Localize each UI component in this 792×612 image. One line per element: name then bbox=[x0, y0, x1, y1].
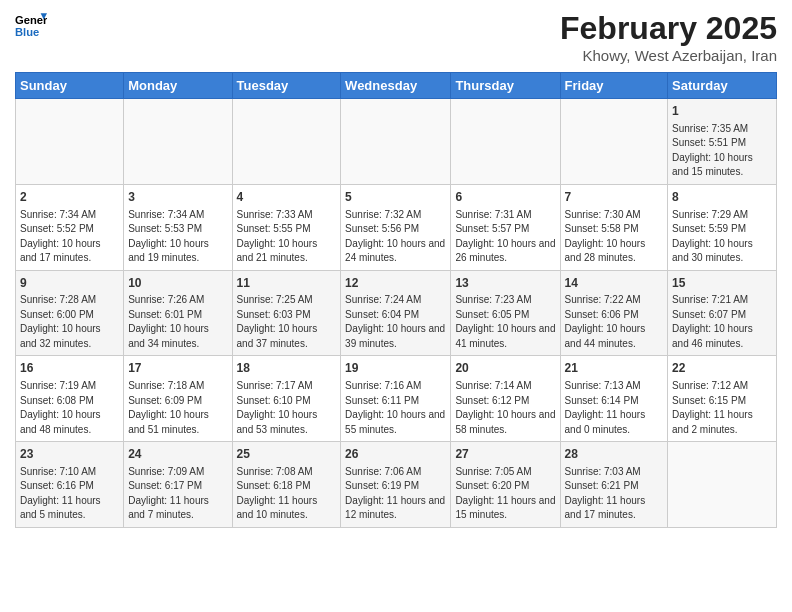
calendar-day-28: 28Sunrise: 7:03 AM Sunset: 6:21 PM Dayli… bbox=[560, 442, 668, 528]
day-number: 17 bbox=[128, 360, 227, 377]
calendar-week-row: 16Sunrise: 7:19 AM Sunset: 6:08 PM Dayli… bbox=[16, 356, 777, 442]
calendar-week-row: 2Sunrise: 7:34 AM Sunset: 5:52 PM Daylig… bbox=[16, 184, 777, 270]
calendar-day-15: 15Sunrise: 7:21 AM Sunset: 6:07 PM Dayli… bbox=[668, 270, 777, 356]
calendar-empty-cell bbox=[451, 99, 560, 185]
calendar-day-7: 7Sunrise: 7:30 AM Sunset: 5:58 PM Daylig… bbox=[560, 184, 668, 270]
day-number: 7 bbox=[565, 189, 664, 206]
calendar-week-row: 23Sunrise: 7:10 AM Sunset: 6:16 PM Dayli… bbox=[16, 442, 777, 528]
day-number: 1 bbox=[672, 103, 772, 120]
day-number: 21 bbox=[565, 360, 664, 377]
calendar-day-18: 18Sunrise: 7:17 AM Sunset: 6:10 PM Dayli… bbox=[232, 356, 341, 442]
day-number: 14 bbox=[565, 275, 664, 292]
day-number: 13 bbox=[455, 275, 555, 292]
day-info: Sunrise: 7:12 AM Sunset: 6:15 PM Dayligh… bbox=[672, 379, 772, 437]
day-number: 24 bbox=[128, 446, 227, 463]
weekday-header-saturday: Saturday bbox=[668, 73, 777, 99]
day-number: 25 bbox=[237, 446, 337, 463]
day-number: 20 bbox=[455, 360, 555, 377]
calendar-day-1: 1Sunrise: 7:35 AM Sunset: 5:51 PM Daylig… bbox=[668, 99, 777, 185]
calendar-day-22: 22Sunrise: 7:12 AM Sunset: 6:15 PM Dayli… bbox=[668, 356, 777, 442]
calendar-day-6: 6Sunrise: 7:31 AM Sunset: 5:57 PM Daylig… bbox=[451, 184, 560, 270]
day-number: 5 bbox=[345, 189, 446, 206]
day-number: 27 bbox=[455, 446, 555, 463]
day-number: 6 bbox=[455, 189, 555, 206]
day-info: Sunrise: 7:29 AM Sunset: 5:59 PM Dayligh… bbox=[672, 208, 772, 266]
day-info: Sunrise: 7:33 AM Sunset: 5:55 PM Dayligh… bbox=[237, 208, 337, 266]
day-info: Sunrise: 7:21 AM Sunset: 6:07 PM Dayligh… bbox=[672, 293, 772, 351]
day-info: Sunrise: 7:26 AM Sunset: 6:01 PM Dayligh… bbox=[128, 293, 227, 351]
calendar-day-11: 11Sunrise: 7:25 AM Sunset: 6:03 PM Dayli… bbox=[232, 270, 341, 356]
day-info: Sunrise: 7:28 AM Sunset: 6:00 PM Dayligh… bbox=[20, 293, 119, 351]
calendar-day-20: 20Sunrise: 7:14 AM Sunset: 6:12 PM Dayli… bbox=[451, 356, 560, 442]
day-info: Sunrise: 7:25 AM Sunset: 6:03 PM Dayligh… bbox=[237, 293, 337, 351]
day-number: 2 bbox=[20, 189, 119, 206]
day-info: Sunrise: 7:19 AM Sunset: 6:08 PM Dayligh… bbox=[20, 379, 119, 437]
page-header: General Blue February 2025 Khowy, West A… bbox=[15, 10, 777, 64]
weekday-header-sunday: Sunday bbox=[16, 73, 124, 99]
weekday-header-thursday: Thursday bbox=[451, 73, 560, 99]
day-info: Sunrise: 7:22 AM Sunset: 6:06 PM Dayligh… bbox=[565, 293, 664, 351]
weekday-header-monday: Monday bbox=[124, 73, 232, 99]
day-info: Sunrise: 7:08 AM Sunset: 6:18 PM Dayligh… bbox=[237, 465, 337, 523]
day-info: Sunrise: 7:10 AM Sunset: 6:16 PM Dayligh… bbox=[20, 465, 119, 523]
day-number: 10 bbox=[128, 275, 227, 292]
month-title: February 2025 bbox=[560, 10, 777, 47]
day-info: Sunrise: 7:17 AM Sunset: 6:10 PM Dayligh… bbox=[237, 379, 337, 437]
calendar-day-27: 27Sunrise: 7:05 AM Sunset: 6:20 PM Dayli… bbox=[451, 442, 560, 528]
calendar-day-19: 19Sunrise: 7:16 AM Sunset: 6:11 PM Dayli… bbox=[341, 356, 451, 442]
day-info: Sunrise: 7:09 AM Sunset: 6:17 PM Dayligh… bbox=[128, 465, 227, 523]
title-area: February 2025 Khowy, West Azerbaijan, Ir… bbox=[560, 10, 777, 64]
calendar-day-16: 16Sunrise: 7:19 AM Sunset: 6:08 PM Dayli… bbox=[16, 356, 124, 442]
weekday-header-tuesday: Tuesday bbox=[232, 73, 341, 99]
calendar-day-12: 12Sunrise: 7:24 AM Sunset: 6:04 PM Dayli… bbox=[341, 270, 451, 356]
calendar-day-26: 26Sunrise: 7:06 AM Sunset: 6:19 PM Dayli… bbox=[341, 442, 451, 528]
day-number: 22 bbox=[672, 360, 772, 377]
day-info: Sunrise: 7:30 AM Sunset: 5:58 PM Dayligh… bbox=[565, 208, 664, 266]
calendar-day-2: 2Sunrise: 7:34 AM Sunset: 5:52 PM Daylig… bbox=[16, 184, 124, 270]
calendar-day-10: 10Sunrise: 7:26 AM Sunset: 6:01 PM Dayli… bbox=[124, 270, 232, 356]
day-number: 3 bbox=[128, 189, 227, 206]
calendar-day-3: 3Sunrise: 7:34 AM Sunset: 5:53 PM Daylig… bbox=[124, 184, 232, 270]
calendar-empty-cell bbox=[232, 99, 341, 185]
day-number: 11 bbox=[237, 275, 337, 292]
svg-text:Blue: Blue bbox=[15, 26, 39, 38]
calendar-empty-cell bbox=[560, 99, 668, 185]
day-number: 15 bbox=[672, 275, 772, 292]
day-number: 26 bbox=[345, 446, 446, 463]
weekday-header-row: SundayMondayTuesdayWednesdayThursdayFrid… bbox=[16, 73, 777, 99]
day-number: 9 bbox=[20, 275, 119, 292]
day-info: Sunrise: 7:35 AM Sunset: 5:51 PM Dayligh… bbox=[672, 122, 772, 180]
calendar-day-4: 4Sunrise: 7:33 AM Sunset: 5:55 PM Daylig… bbox=[232, 184, 341, 270]
calendar-day-5: 5Sunrise: 7:32 AM Sunset: 5:56 PM Daylig… bbox=[341, 184, 451, 270]
calendar-week-row: 1Sunrise: 7:35 AM Sunset: 5:51 PM Daylig… bbox=[16, 99, 777, 185]
day-number: 4 bbox=[237, 189, 337, 206]
day-info: Sunrise: 7:32 AM Sunset: 5:56 PM Dayligh… bbox=[345, 208, 446, 266]
calendar-day-13: 13Sunrise: 7:23 AM Sunset: 6:05 PM Dayli… bbox=[451, 270, 560, 356]
logo-icon: General Blue bbox=[15, 10, 47, 42]
calendar-empty-cell bbox=[341, 99, 451, 185]
day-info: Sunrise: 7:03 AM Sunset: 6:21 PM Dayligh… bbox=[565, 465, 664, 523]
day-number: 23 bbox=[20, 446, 119, 463]
day-info: Sunrise: 7:34 AM Sunset: 5:53 PM Dayligh… bbox=[128, 208, 227, 266]
day-info: Sunrise: 7:23 AM Sunset: 6:05 PM Dayligh… bbox=[455, 293, 555, 351]
day-number: 12 bbox=[345, 275, 446, 292]
day-info: Sunrise: 7:06 AM Sunset: 6:19 PM Dayligh… bbox=[345, 465, 446, 523]
day-number: 16 bbox=[20, 360, 119, 377]
calendar-empty-cell bbox=[668, 442, 777, 528]
day-info: Sunrise: 7:16 AM Sunset: 6:11 PM Dayligh… bbox=[345, 379, 446, 437]
day-number: 8 bbox=[672, 189, 772, 206]
day-number: 18 bbox=[237, 360, 337, 377]
logo: General Blue bbox=[15, 10, 47, 42]
calendar-day-14: 14Sunrise: 7:22 AM Sunset: 6:06 PM Dayli… bbox=[560, 270, 668, 356]
day-info: Sunrise: 7:14 AM Sunset: 6:12 PM Dayligh… bbox=[455, 379, 555, 437]
weekday-header-wednesday: Wednesday bbox=[341, 73, 451, 99]
calendar-day-23: 23Sunrise: 7:10 AM Sunset: 6:16 PM Dayli… bbox=[16, 442, 124, 528]
day-number: 19 bbox=[345, 360, 446, 377]
location-title: Khowy, West Azerbaijan, Iran bbox=[560, 47, 777, 64]
calendar-day-25: 25Sunrise: 7:08 AM Sunset: 6:18 PM Dayli… bbox=[232, 442, 341, 528]
calendar-empty-cell bbox=[124, 99, 232, 185]
calendar-week-row: 9Sunrise: 7:28 AM Sunset: 6:00 PM Daylig… bbox=[16, 270, 777, 356]
calendar-table: SundayMondayTuesdayWednesdayThursdayFrid… bbox=[15, 72, 777, 528]
weekday-header-friday: Friday bbox=[560, 73, 668, 99]
day-info: Sunrise: 7:13 AM Sunset: 6:14 PM Dayligh… bbox=[565, 379, 664, 437]
